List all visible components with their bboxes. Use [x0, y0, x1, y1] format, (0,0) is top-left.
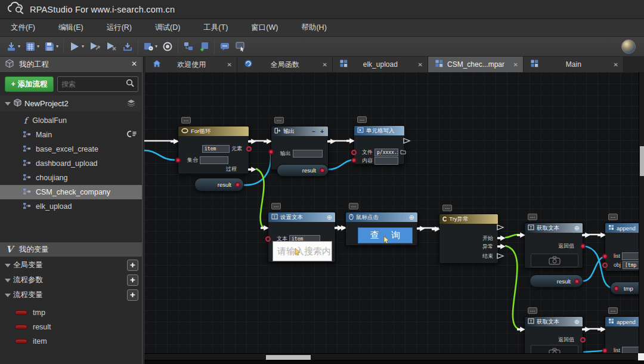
sidebar-item-base-excel-create[interactable]: base_excel_create	[0, 142, 142, 156]
process-port[interactable]	[248, 166, 256, 172]
project-name[interactable]: NewProject2	[24, 99, 69, 108]
menu-file[interactable]: 文件(F)	[7, 20, 39, 35]
sidebar-item-globalfun[interactable]: f GlobalFun	[0, 113, 142, 128]
obj-data-port[interactable]	[602, 263, 608, 268]
menu-window[interactable]: 窗口(W)	[247, 20, 281, 35]
add-flow-variable-button[interactable]: +	[127, 289, 138, 301]
sidebar-item-label[interactable]: GlobalFun	[32, 116, 67, 125]
result-pill[interactable]: result	[277, 164, 329, 177]
output-port[interactable]	[327, 138, 336, 144]
output-port-unconnected[interactable]	[402, 138, 411, 144]
data-wire[interactable]	[144, 150, 174, 160]
expand-icon[interactable]: +	[319, 128, 325, 135]
output-port[interactable]	[582, 326, 590, 332]
run-project-button[interactable]: ▾	[4, 39, 23, 54]
sidebar-item-elk-upload[interactable]: elk_upload	[0, 199, 142, 214]
sidebar-item-label[interactable]: base_excel_create	[36, 145, 98, 153]
node-get-text-1[interactable]: T 获取文本 ⊕ 返回值	[524, 223, 583, 269]
process-wire[interactable]	[506, 235, 518, 237]
output-port[interactable]	[248, 138, 256, 144]
content-value-field[interactable]	[374, 157, 398, 165]
sidebar-item-main[interactable]: Main	[0, 128, 142, 142]
tab-label[interactable]: CSM_chec...mpany *	[447, 60, 504, 69]
output-port[interactable]	[582, 232, 590, 238]
section-label[interactable]: 流程参数	[13, 275, 43, 285]
publish-button[interactable]	[120, 39, 135, 54]
process-wire[interactable]	[256, 169, 264, 227]
target-selector-icon[interactable]: ⊕	[574, 319, 580, 325]
feedback-button[interactable]	[217, 39, 233, 54]
menu-help[interactable]: 帮助(H)	[298, 20, 330, 35]
tab-label[interactable]: Main	[566, 60, 581, 69]
add-flow-parameter-button[interactable]: +	[127, 274, 138, 286]
project-search-input[interactable]	[58, 80, 126, 88]
section-flow-parameters[interactable]: 流程参数 +	[0, 273, 142, 288]
play-button[interactable]: ▾	[66, 39, 86, 54]
try-exception-port[interactable]	[497, 243, 506, 249]
data-wire[interactable]	[328, 160, 354, 169]
menu-run[interactable]: 运行(R)	[103, 20, 135, 35]
section-label[interactable]: 流程变量	[13, 290, 43, 300]
variable-name[interactable]: item	[33, 337, 47, 346]
node-comment-button[interactable]: …	[528, 307, 537, 314]
project-list-button[interactable]: ▾	[23, 39, 42, 54]
horizontal-scrollbar-thumb[interactable]	[266, 355, 311, 360]
node-output[interactable]: 输出 − + 输出	[271, 126, 329, 170]
input-port[interactable]	[338, 225, 346, 231]
sidebar-item-csm-check-company[interactable]: CSM_check_company	[0, 185, 142, 199]
output-port-unconnected[interactable]	[496, 224, 504, 230]
folder-browse-icon[interactable]	[400, 149, 406, 156]
result-pill[interactable]: result	[194, 178, 244, 192]
try-start-port[interactable]	[497, 235, 506, 241]
layers-icon[interactable]	[126, 99, 136, 109]
tab-close-icon[interactable]: ✕	[614, 61, 618, 68]
element-capture-placeholder[interactable]	[531, 254, 578, 267]
dropdown-caret-icon[interactable]: ▾	[56, 44, 58, 49]
remote-assist-button[interactable]	[233, 39, 248, 54]
debug-run-button[interactable]	[86, 39, 103, 54]
element-value-field[interactable]: item	[202, 145, 230, 153]
stop-run-button[interactable]	[103, 39, 120, 54]
menu-edit[interactable]: 编辑(E)	[55, 20, 87, 35]
file-path-field[interactable]: p/xxxx.xlsx'	[374, 149, 398, 156]
content-data-port[interactable]	[351, 158, 357, 163]
element-screenshot-thumbnail[interactable]: 请输入搜索内	[273, 241, 332, 261]
node-comment-button[interactable]: …	[349, 203, 358, 209]
tab-close-icon[interactable]: ✕	[323, 61, 327, 68]
pill-data-port[interactable]	[574, 279, 580, 284]
node-mouse-click[interactable]: 鼠标点击 ⊕ 查 询	[345, 212, 418, 246]
vertical-scrollbar[interactable]	[639, 72, 644, 353]
record-button[interactable]	[160, 39, 175, 54]
input-port[interactable]	[597, 232, 606, 238]
section-flow-variables[interactable]: 流程变量 +	[0, 288, 142, 303]
node-comment-button[interactable]: …	[181, 117, 191, 124]
text-data-port[interactable]	[265, 236, 271, 242]
node-comment-button[interactable]: …	[528, 214, 537, 220]
add-global-variable-button[interactable]: +	[127, 260, 138, 271]
variable-row-item[interactable]: item	[0, 334, 142, 348]
save-button[interactable]: ▾	[42, 39, 61, 54]
dropdown-caret-icon[interactable]: ▾	[18, 44, 20, 49]
add-flow-button[interactable]: + 添加流程	[5, 76, 54, 92]
input-port[interactable]	[517, 326, 525, 332]
tab-main[interactable]: Main ✕	[524, 57, 624, 72]
collection-value-field[interactable]	[200, 156, 228, 164]
dropdown-caret-icon[interactable]: ▾	[37, 44, 39, 49]
user-avatar[interactable]	[621, 39, 636, 54]
input-port[interactable]	[264, 138, 272, 144]
return-data-port[interactable]	[580, 243, 586, 249]
element-library-button[interactable]	[181, 39, 196, 54]
node-for-loop[interactable]: For循环 item 元素 集合 过程	[178, 126, 249, 174]
search-icon[interactable]	[126, 79, 134, 90]
sidebar-item-label[interactable]: dashboard_upload	[36, 159, 98, 168]
target-selector-icon[interactable]: ⊕	[574, 225, 580, 232]
sidebar-item-label[interactable]: CSM_check_company	[36, 188, 110, 196]
dropdown-caret-icon[interactable]: ▾	[82, 44, 84, 49]
twisty-open-icon[interactable]	[5, 294, 11, 297]
collapse-icon[interactable]: −	[311, 128, 317, 135]
pill-data-port[interactable]	[614, 286, 619, 291]
tab-global-functions[interactable]: 全局函数 ✕	[237, 57, 333, 72]
target-selector-icon[interactable]: ⊕	[409, 214, 414, 221]
output-port[interactable]	[417, 226, 425, 232]
sidebar-item-dashboard-upload[interactable]: dashboard_upload	[0, 156, 142, 171]
